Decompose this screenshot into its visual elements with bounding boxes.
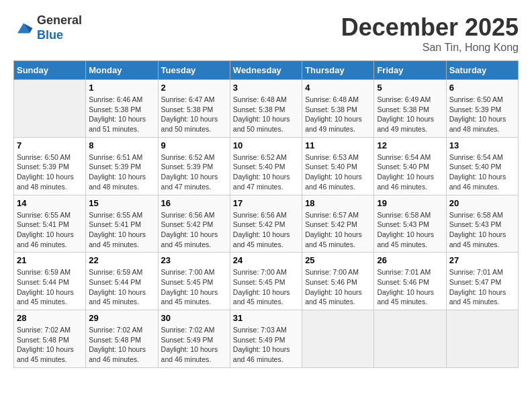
day-info: Sunrise: 6:59 AM Sunset: 5:44 PM Dayligh… <box>89 267 154 307</box>
calendar-cell: 20Sunrise: 6:58 AM Sunset: 5:43 PM Dayli… <box>446 195 518 253</box>
day-info: Sunrise: 7:02 AM Sunset: 5:49 PM Dayligh… <box>161 325 227 365</box>
day-number: 19 <box>377 198 443 208</box>
day-info: Sunrise: 7:02 AM Sunset: 5:48 PM Dayligh… <box>89 325 154 365</box>
day-number: 10 <box>233 140 299 150</box>
day-info: Sunrise: 6:54 AM Sunset: 5:40 PM Dayligh… <box>449 152 515 192</box>
day-info: Sunrise: 6:57 AM Sunset: 5:42 PM Dayligh… <box>305 210 371 250</box>
day-info: Sunrise: 7:00 AM Sunset: 5:45 PM Dayligh… <box>161 267 227 307</box>
day-number: 25 <box>305 255 371 265</box>
calendar-cell: 1Sunrise: 6:46 AM Sunset: 5:38 PM Daylig… <box>86 80 158 138</box>
day-number: 1 <box>89 83 154 93</box>
logo-blue: Blue <box>37 28 63 42</box>
day-number: 13 <box>449 140 515 150</box>
col-header-wednesday: Wednesday <box>230 61 302 80</box>
calendar-table: SundayMondayTuesdayWednesdayThursdayFrid… <box>13 60 519 368</box>
calendar-cell: 27Sunrise: 7:01 AM Sunset: 5:47 PM Dayli… <box>446 253 518 310</box>
day-number: 11 <box>305 140 371 150</box>
calendar-cell: 5Sunrise: 6:49 AM Sunset: 5:38 PM Daylig… <box>374 80 446 138</box>
calendar-cell: 10Sunrise: 6:52 AM Sunset: 5:40 PM Dayli… <box>230 137 302 195</box>
calendar-cell: 31Sunrise: 7:03 AM Sunset: 5:49 PM Dayli… <box>230 310 302 368</box>
day-info: Sunrise: 6:49 AM Sunset: 5:38 PM Dayligh… <box>377 95 443 134</box>
day-info: Sunrise: 6:54 AM Sunset: 5:40 PM Dayligh… <box>377 152 443 192</box>
calendar-cell <box>446 310 518 368</box>
calendar-cell <box>14 80 86 138</box>
calendar-cell <box>374 310 446 368</box>
calendar-cell: 29Sunrise: 7:02 AM Sunset: 5:48 PM Dayli… <box>86 310 158 368</box>
calendar-cell: 17Sunrise: 6:56 AM Sunset: 5:42 PM Dayli… <box>230 195 302 253</box>
logo-text: General Blue <box>37 13 82 42</box>
calendar-cell: 30Sunrise: 7:02 AM Sunset: 5:49 PM Dayli… <box>158 310 230 368</box>
day-info: Sunrise: 6:56 AM Sunset: 5:42 PM Dayligh… <box>161 210 227 250</box>
day-info: Sunrise: 6:58 AM Sunset: 5:43 PM Dayligh… <box>449 210 515 250</box>
day-number: 30 <box>161 313 227 323</box>
calendar-cell: 7Sunrise: 6:50 AM Sunset: 5:39 PM Daylig… <box>14 137 86 195</box>
day-number: 15 <box>89 198 154 208</box>
day-info: Sunrise: 7:00 AM Sunset: 5:46 PM Dayligh… <box>305 267 371 307</box>
calendar-cell: 21Sunrise: 6:59 AM Sunset: 5:44 PM Dayli… <box>14 253 86 310</box>
day-number: 2 <box>161 83 227 93</box>
day-number: 31 <box>233 313 299 323</box>
day-info: Sunrise: 6:55 AM Sunset: 5:41 PM Dayligh… <box>89 210 154 250</box>
day-number: 14 <box>17 198 83 208</box>
col-header-sunday: Sunday <box>14 61 86 80</box>
logo-general: General <box>37 13 82 27</box>
month-title: December 2025 <box>341 13 519 42</box>
day-number: 7 <box>17 140 83 150</box>
calendar-cell: 11Sunrise: 6:53 AM Sunset: 5:40 PM Dayli… <box>302 137 374 195</box>
col-header-saturday: Saturday <box>446 61 518 80</box>
calendar-week-5: 28Sunrise: 7:02 AM Sunset: 5:48 PM Dayli… <box>14 310 519 368</box>
calendar-week-3: 14Sunrise: 6:55 AM Sunset: 5:41 PM Dayli… <box>14 195 519 253</box>
calendar-cell: 13Sunrise: 6:54 AM Sunset: 5:40 PM Dayli… <box>446 137 518 195</box>
calendar-header-row: SundayMondayTuesdayWednesdayThursdayFrid… <box>14 61 519 80</box>
day-number: 27 <box>449 255 515 265</box>
calendar-cell: 24Sunrise: 7:00 AM Sunset: 5:45 PM Dayli… <box>230 253 302 310</box>
day-info: Sunrise: 6:55 AM Sunset: 5:41 PM Dayligh… <box>17 210 83 250</box>
day-info: Sunrise: 6:58 AM Sunset: 5:43 PM Dayligh… <box>377 210 443 250</box>
calendar-cell: 25Sunrise: 7:00 AM Sunset: 5:46 PM Dayli… <box>302 253 374 310</box>
day-number: 12 <box>377 140 443 150</box>
calendar-cell: 19Sunrise: 6:58 AM Sunset: 5:43 PM Dayli… <box>374 195 446 253</box>
calendar-cell: 4Sunrise: 6:48 AM Sunset: 5:38 PM Daylig… <box>302 80 374 138</box>
day-info: Sunrise: 6:59 AM Sunset: 5:44 PM Dayligh… <box>17 267 83 307</box>
calendar-cell: 12Sunrise: 6:54 AM Sunset: 5:40 PM Dayli… <box>374 137 446 195</box>
day-number: 24 <box>233 255 299 265</box>
calendar-cell: 16Sunrise: 6:56 AM Sunset: 5:42 PM Dayli… <box>158 195 230 253</box>
calendar-cell: 15Sunrise: 6:55 AM Sunset: 5:41 PM Dayli… <box>86 195 158 253</box>
calendar-cell: 2Sunrise: 6:47 AM Sunset: 5:38 PM Daylig… <box>158 80 230 138</box>
calendar-cell: 6Sunrise: 6:50 AM Sunset: 5:39 PM Daylig… <box>446 80 518 138</box>
day-info: Sunrise: 6:51 AM Sunset: 5:39 PM Dayligh… <box>89 152 154 192</box>
day-info: Sunrise: 6:48 AM Sunset: 5:38 PM Dayligh… <box>233 95 299 134</box>
calendar-week-4: 21Sunrise: 6:59 AM Sunset: 5:44 PM Dayli… <box>14 253 519 310</box>
day-number: 3 <box>233 83 299 93</box>
calendar-cell: 22Sunrise: 6:59 AM Sunset: 5:44 PM Dayli… <box>86 253 158 310</box>
day-number: 6 <box>449 83 515 93</box>
day-number: 28 <box>17 313 83 323</box>
day-info: Sunrise: 7:02 AM Sunset: 5:48 PM Dayligh… <box>17 325 83 365</box>
day-info: Sunrise: 6:56 AM Sunset: 5:42 PM Dayligh… <box>233 210 299 250</box>
day-info: Sunrise: 6:46 AM Sunset: 5:38 PM Dayligh… <box>89 95 154 134</box>
col-header-friday: Friday <box>374 61 446 80</box>
day-number: 18 <box>305 198 371 208</box>
calendar-cell: 14Sunrise: 6:55 AM Sunset: 5:41 PM Dayli… <box>14 195 86 253</box>
day-number: 22 <box>89 255 154 265</box>
calendar-cell: 18Sunrise: 6:57 AM Sunset: 5:42 PM Dayli… <box>302 195 374 253</box>
title-block: December 2025 San Tin, Hong Kong <box>341 13 519 54</box>
location: San Tin, Hong Kong <box>341 42 519 54</box>
day-info: Sunrise: 7:01 AM Sunset: 5:46 PM Dayligh… <box>377 267 443 307</box>
calendar-cell: 8Sunrise: 6:51 AM Sunset: 5:39 PM Daylig… <box>86 137 158 195</box>
calendar-cell: 23Sunrise: 7:00 AM Sunset: 5:45 PM Dayli… <box>158 253 230 310</box>
day-number: 21 <box>17 255 83 265</box>
day-number: 20 <box>449 198 515 208</box>
logo: General Blue <box>13 13 82 42</box>
day-number: 17 <box>233 198 299 208</box>
day-number: 29 <box>89 313 154 323</box>
day-info: Sunrise: 6:52 AM Sunset: 5:39 PM Dayligh… <box>161 152 227 192</box>
day-number: 9 <box>161 140 227 150</box>
day-info: Sunrise: 7:00 AM Sunset: 5:45 PM Dayligh… <box>233 267 299 307</box>
col-header-thursday: Thursday <box>302 61 374 80</box>
day-number: 5 <box>377 83 443 93</box>
day-info: Sunrise: 6:50 AM Sunset: 5:39 PM Dayligh… <box>17 152 83 192</box>
calendar-cell: 3Sunrise: 6:48 AM Sunset: 5:38 PM Daylig… <box>230 80 302 138</box>
calendar-cell: 9Sunrise: 6:52 AM Sunset: 5:39 PM Daylig… <box>158 137 230 195</box>
day-info: Sunrise: 7:03 AM Sunset: 5:49 PM Dayligh… <box>233 325 299 365</box>
